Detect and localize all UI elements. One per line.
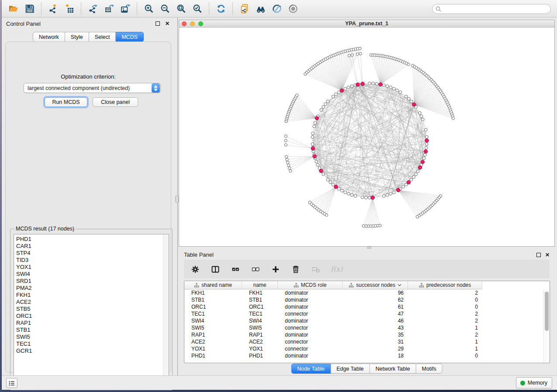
delete-table-button: [311, 264, 321, 275]
cell-MCDS-role: dominator: [278, 332, 343, 338]
cell-MCDS-role: dominator: [278, 318, 343, 324]
duplicate-network-button[interactable]: [236, 2, 253, 16]
tab-node-table[interactable]: Node Table: [291, 364, 331, 374]
desktop: { "toolbar": { "groups": [ ["open-sessio…: [0, 0, 557, 392]
function-builder-button: f(x): [331, 264, 343, 275]
settings-button[interactable]: [190, 264, 201, 275]
column-header-name[interactable]: name: [242, 281, 278, 289]
toolbar-separator: [209, 3, 209, 15]
task-history-button[interactable]: [6, 378, 17, 388]
clear-selection-button[interactable]: [250, 264, 261, 275]
search-input[interactable]: [443, 6, 547, 12]
list-item[interactable]: TEC1: [16, 340, 169, 347]
list-item[interactable]: GCR1: [16, 347, 169, 354]
table-row[interactable]: PHD1PHD1dominator180: [184, 352, 543, 359]
list-item[interactable]: STB1: [16, 327, 169, 334]
cell-name: RAP1: [242, 332, 278, 338]
column-header-shared-name[interactable]: shared name: [184, 281, 242, 289]
hide-graphics-details-button[interactable]: [269, 2, 285, 16]
export-image-button[interactable]: [117, 2, 133, 16]
list-item[interactable]: RAP1: [16, 320, 169, 327]
search-icon: [436, 6, 441, 12]
scrollbar-thumb[interactable]: [545, 292, 549, 331]
memory-button[interactable]: Memory: [516, 377, 552, 389]
list-item[interactable]: TID3: [16, 257, 169, 264]
export-table-button[interactable]: [101, 2, 117, 16]
tab-select[interactable]: Select: [89, 32, 116, 42]
save-session-button[interactable]: [21, 2, 38, 16]
list-item[interactable]: PHD1: [16, 236, 169, 243]
toolbar-button-groups: [5, 2, 301, 16]
zoom-selected-icon: [192, 3, 203, 14]
add-row-button[interactable]: [270, 264, 281, 275]
list-scrollbar[interactable]: [163, 234, 169, 387]
table-row[interactable]: ORC1ORC1dominator610: [184, 303, 543, 310]
table-row[interactable]: SWI5SWI5connector431: [184, 324, 543, 331]
list-item[interactable]: PMA2: [16, 285, 169, 292]
table-row[interactable]: FKH1FKH1dominator962: [184, 289, 543, 296]
refresh-button[interactable]: [213, 2, 229, 16]
binoculars-button[interactable]: [253, 2, 269, 16]
list-item[interactable]: SWI4: [16, 271, 169, 278]
columns-button[interactable]: [210, 264, 221, 275]
list-item[interactable]: STP4: [16, 250, 169, 257]
close-icon[interactable]: ✕: [164, 21, 170, 27]
column-label: successor nodes: [356, 282, 395, 288]
search-field[interactable]: [432, 4, 551, 14]
network-graph[interactable]: [179, 28, 555, 247]
list-item[interactable]: CAR1: [16, 243, 169, 250]
table-row[interactable]: TEC1TEC1connector472: [184, 310, 543, 317]
memory-label: Memory: [528, 380, 547, 386]
tab-network[interactable]: Network: [33, 32, 65, 42]
tab-mcds[interactable]: MCDS: [116, 32, 144, 42]
list-item[interactable]: SRD1: [16, 278, 169, 285]
float-icon[interactable]: [536, 252, 542, 258]
zoom-fit-button[interactable]: [173, 2, 189, 16]
open-session-button[interactable]: [5, 2, 21, 16]
export-network-button[interactable]: [85, 2, 101, 16]
tab-edge-table[interactable]: Edge Table: [331, 364, 370, 374]
run-mcds-button[interactable]: Run MCDS: [45, 97, 87, 107]
column-header-predecessor-nodes[interactable]: predecessor nodes: [408, 281, 482, 289]
network-canvas[interactable]: [179, 28, 554, 246]
tab-network-table[interactable]: Network Table: [370, 364, 416, 374]
list-item[interactable]: YOX1: [16, 264, 169, 271]
tab-style[interactable]: Style: [65, 32, 89, 42]
zoom-selected-button[interactable]: [189, 2, 205, 16]
mcds-tab-content: Optimization criterion: largest connecte…: [5, 41, 171, 373]
delete-button[interactable]: [291, 264, 301, 275]
table-row[interactable]: RAP1RAP1dominator352: [184, 331, 543, 338]
list-item[interactable]: SWI5: [16, 334, 169, 340]
float-icon[interactable]: [155, 21, 161, 27]
zoom-in-button[interactable]: [141, 2, 157, 16]
close-icon[interactable]: ✕: [544, 252, 550, 258]
table-row[interactable]: ACE2ACE2connector311: [184, 338, 543, 345]
list-item[interactable]: ACE2: [16, 299, 169, 306]
list-item[interactable]: FKH1: [16, 292, 169, 299]
close-panel-button[interactable]: Close panel: [93, 97, 138, 107]
mcds-result-list[interactable]: PHD1CAR1STP4TID3YOX1SWI4SRD1PMA2FKH1ACE2…: [14, 234, 169, 387]
show-graphics-details-button[interactable]: [285, 2, 301, 16]
list-item[interactable]: ORC1: [16, 313, 169, 320]
cell-name: SWI5: [242, 325, 278, 331]
table-row[interactable]: STB1STB1dominator620: [184, 296, 543, 303]
zoom-out-button[interactable]: [157, 2, 173, 16]
cell-MCDS-role: dominator: [278, 304, 343, 310]
optimization-criterion-dropdown[interactable]: largest connected component (undirected): [24, 83, 161, 93]
import-table-button[interactable]: [61, 2, 77, 16]
select-all-button[interactable]: [230, 264, 241, 275]
list-item[interactable]: STB5: [16, 306, 169, 313]
table-row[interactable]: YOX1YOX1connector291: [184, 345, 543, 352]
column-header-successor-nodes[interactable]: successor nodes: [343, 281, 408, 289]
table-scrollbar[interactable]: [543, 289, 550, 363]
control-panel: Control Panel ✕ NetworkStyleSelectMCDS O…: [2, 17, 175, 375]
toolbar-separator: [81, 3, 81, 15]
table-row[interactable]: SWI4SWI4dominator462: [184, 317, 543, 324]
node-table: shared namenameMCDS rolesuccessor nodesp…: [184, 281, 550, 363]
vertical-splitter[interactable]: [175, 17, 179, 375]
import-network-button[interactable]: [45, 2, 61, 16]
column-label: predecessor nodes: [426, 282, 471, 288]
tab-motifs[interactable]: Motifs: [416, 364, 442, 374]
splitter-grip[interactable]: [175, 196, 179, 203]
column-header-MCDS-role[interactable]: MCDS role: [278, 281, 343, 289]
